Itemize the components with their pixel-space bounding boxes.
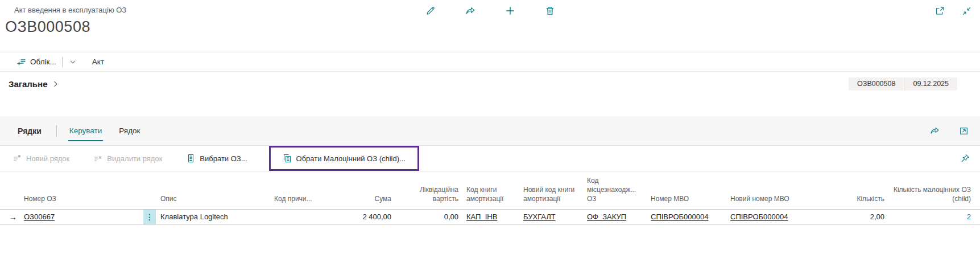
delete-line-label: Видалити рядок — [107, 154, 162, 163]
col-header-mvo-no[interactable]: Номер МВО — [651, 194, 730, 203]
quantity-cell[interactable]: 2,00 — [833, 212, 892, 221]
col-header-new-depr-book[interactable]: Новий код книги амортизації — [523, 185, 587, 203]
asset-number-link[interactable]: ОЗ00667 — [24, 212, 55, 221]
col-header-quantity[interactable]: Кількість — [833, 194, 892, 203]
table-row[interactable]: → ОЗ00667 ⋮ Клавіатура Logitech 2 400,00… — [0, 210, 980, 225]
page-header: Акт введення в експлуатацію ОЗ ОЗВ000508 — [0, 0, 980, 52]
vertical-ellipsis-icon: ⋮ — [146, 212, 154, 222]
chevron-right-icon — [52, 80, 59, 88]
new-line-icon — [13, 154, 22, 163]
lines-part: Рядки Керувати Рядок Новий рядок Видалит… — [0, 116, 980, 225]
new-button[interactable] — [504, 5, 516, 17]
new-icon — [505, 6, 515, 16]
col-header-location[interactable]: Код місцезнаходж... ОЗ — [587, 176, 651, 204]
expand-part-icon — [959, 126, 969, 136]
window-controls — [934, 5, 973, 17]
delete-line-icon — [93, 154, 102, 163]
open-in-window-button[interactable] — [934, 5, 946, 17]
active-row-arrow-icon: → — [9, 212, 17, 222]
lines-caption[interactable]: Рядки — [14, 126, 45, 136]
edit-icon — [425, 6, 436, 16]
copy-document-icon — [283, 154, 292, 163]
row-more-options-button[interactable]: ⋮ — [143, 210, 156, 224]
lines-part-icons — [929, 125, 970, 137]
share-button[interactable] — [464, 5, 477, 17]
col-header-child-quantity[interactable]: Кількість малоцінних ОЗ (child) — [892, 185, 971, 203]
select-asset-action[interactable]: Вибрати ОЗ... — [183, 146, 250, 171]
tab-manage[interactable]: Керувати — [68, 123, 103, 138]
col-header-number[interactable]: Номер ОЗ — [24, 194, 143, 203]
select-asset-icon — [186, 154, 195, 163]
select-asset-label: Вибрати ОЗ... — [200, 154, 247, 163]
action-menubar: Облік... Акт — [0, 52, 980, 72]
general-fasttab-toggle[interactable]: Загальне — [5, 79, 63, 89]
col-header-amount[interactable]: Сума — [325, 194, 399, 203]
act-menu-button[interactable]: Акт — [89, 55, 107, 68]
doc-date-field[interactable]: 09.12.2025 — [904, 77, 957, 91]
new-mvo-no-link[interactable]: СПІВРОБ000004 — [730, 212, 788, 221]
act-menu-label: Акт — [92, 58, 104, 66]
col-header-new-mvo-no[interactable]: Новий номер МВО — [730, 194, 833, 203]
page-title: ОЗВ000508 — [5, 18, 980, 36]
general-label: Загальне — [9, 79, 47, 89]
description-cell[interactable]: Клавіатура Logitech — [160, 212, 274, 221]
pin-button[interactable] — [960, 153, 971, 164]
select-child-asset-label: Обрати Малоцінний ОЗ (child)... — [296, 154, 406, 163]
general-summary-fields: ОЗВ000508 09.12.2025 — [849, 77, 957, 91]
tab-line[interactable]: Рядок — [118, 123, 141, 138]
col-header-description[interactable]: Опис — [160, 194, 274, 203]
delete-button[interactable] — [544, 5, 556, 17]
delete-line-action[interactable]: Видалити рядок — [90, 146, 166, 171]
new-depr-book-link[interactable]: БУХГАЛТ — [523, 212, 556, 221]
new-line-label: Новий рядок — [26, 154, 69, 163]
child-quantity-link[interactable]: 2 — [967, 212, 971, 221]
general-fasttab-header: Загальне ОЗВ000508 09.12.2025 — [0, 72, 980, 96]
table-header-row: Номер ОЗ Опис Код причи... Сума Ліквідац… — [0, 171, 980, 210]
collapse-button[interactable] — [961, 5, 973, 17]
expand-part-button[interactable] — [958, 125, 970, 137]
location-link[interactable]: ОФ_ЗАКУП — [587, 212, 626, 221]
mvo-no-link[interactable]: СПІВРОБ000004 — [651, 212, 708, 221]
col-header-depr-book[interactable]: Код книги амортизації — [466, 185, 523, 203]
open-in-window-icon — [935, 6, 945, 16]
highlighted-action-frame: Обрати Малоцінний ОЗ (child)... — [269, 146, 419, 171]
col-header-salvage-value[interactable]: Ліквідаційна вартість — [399, 185, 466, 203]
tab-separator — [56, 125, 57, 137]
post-icon — [17, 58, 26, 67]
delete-icon — [545, 6, 555, 16]
chevron-down-icon — [69, 59, 76, 66]
post-menu-button[interactable]: Облік... — [14, 55, 60, 69]
post-menu-label: Облік... — [30, 58, 56, 66]
share-icon — [930, 126, 940, 136]
menu-separator — [62, 57, 63, 67]
new-line-action[interactable]: Новий рядок — [9, 146, 73, 171]
select-child-asset-action[interactable]: Обрати Малоцінний ОЗ (child)... — [279, 153, 409, 163]
col-header-reason-code[interactable]: Код причи... — [274, 194, 325, 203]
edit-button[interactable] — [424, 5, 437, 17]
salvage-value-cell[interactable]: 0,00 — [399, 212, 466, 221]
doc-no-field[interactable]: ОЗВ000508 — [849, 77, 904, 91]
top-toolbar — [424, 5, 556, 17]
collapse-icon — [962, 6, 971, 16]
share-icon — [465, 6, 475, 16]
post-menu-dropdown[interactable] — [65, 56, 81, 68]
depr-book-link[interactable]: КАП_ІНВ — [466, 212, 497, 221]
lines-actions-bar: Новий рядок Видалити рядок Вибрати ОЗ...… — [0, 146, 980, 171]
pin-icon — [961, 154, 970, 163]
share-lines-button[interactable] — [929, 125, 941, 137]
lines-part-header: Рядки Керувати Рядок — [0, 116, 980, 146]
amount-cell[interactable]: 2 400,00 — [325, 212, 399, 221]
